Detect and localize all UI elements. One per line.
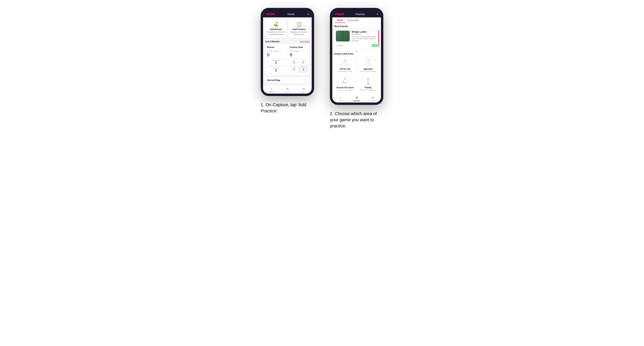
home-nav-icon-2: ⌂ [340, 96, 342, 99]
nav-home-2[interactable]: ⌂ Home [332, 96, 348, 102]
svg-point-22 [368, 78, 368, 79]
featured-desc: Play 1 shot at each target yardage. If y… [352, 36, 378, 42]
shots-count: 9 shots [338, 45, 342, 46]
tab-drills[interactable]: Drills [335, 17, 345, 23]
app-header-1: clippd Home ≡ [263, 10, 312, 17]
rounds-value: 0 [267, 52, 285, 57]
home-content: ⛳ Add Round Record your shots fast or en… [263, 17, 312, 86]
chevron-right-icon: › [306, 79, 307, 82]
drills-title: Practice Drills [290, 46, 308, 49]
shots-info: ○ 9 shots [336, 45, 342, 46]
golf-bag-label: My Golf Bag [268, 79, 280, 81]
svg-line-3 [343, 34, 345, 35]
star-icon[interactable]: ☆ [376, 31, 378, 33]
practice-label: Practice [268, 67, 284, 69]
ott-app-row: OTT 0 APP 4 [290, 59, 308, 65]
featured-footer: ○ 9 shots APP [334, 43, 379, 48]
nav-capture-2[interactable]: ⊕ Capture [365, 96, 381, 102]
action-cards: ⛳ Add Round Record your shots fast or en… [265, 19, 310, 38]
atg-name: Around The Green [336, 86, 354, 89]
nav-capture-1[interactable]: ⊕ Capture [296, 87, 312, 93]
card-red-sidebar [378, 29, 379, 48]
phone-frame-2: clippd Practice ≡ Drills Favourites Most… [330, 8, 383, 105]
app-logo-1: clippd [266, 12, 274, 16]
activities-nav-label-2: Activities [353, 100, 360, 102]
ott-name: Off The Tee [336, 68, 354, 70]
svg-point-12 [348, 65, 348, 66]
bottom-nav-2: ⌂ Home ⊕ Activities ⊕ Capture [332, 94, 381, 103]
arg-box: ARG 0 [290, 66, 298, 72]
approach-desc: Dial-in to hit the green [359, 70, 378, 72]
add-practice-card[interactable]: 📋 Add Practice Capture your practice off… [288, 19, 310, 38]
phone-screen-2: clippd Practice ≡ Drills Favourites Most… [332, 10, 381, 103]
svg-point-20 [347, 83, 348, 83]
capture-nav-icon-1: ⊕ [302, 87, 305, 91]
ott-desc: Power and accuracy [336, 70, 354, 72]
activity-title: Last 3 Months [265, 40, 280, 43]
arg-putt-row: ARG 0 PUTT 4 [290, 66, 308, 72]
svg-point-16 [371, 65, 372, 66]
approach-diagram [363, 58, 373, 66]
putt-box: PUTT 4 [299, 66, 308, 72]
my-golf-bag[interactable]: My Golf Bag › [265, 77, 310, 84]
capture-nav-label-1: Capture [301, 91, 306, 93]
drills-sub-stats: OTT 0 APP 4 [290, 59, 308, 72]
svg-point-17 [344, 82, 346, 84]
putt-value: 4 [301, 68, 306, 71]
add-round-card[interactable]: ⛳ Add Round Record your shots fast or en… [265, 19, 286, 38]
dot-3[interactable] [358, 51, 359, 52]
skill-card-approach[interactable]: Approach Dial-in to hit the green [357, 56, 379, 74]
featured-card[interactable]: Wedge Ladder ☆ 50–100 yds Play 1 shot at… [334, 29, 379, 48]
atg-desc: Hone your short game [336, 89, 354, 91]
svg-point-18 [345, 78, 346, 79]
caption-2: 2. Choose which area of your game you wa… [330, 111, 383, 129]
pagination-dots [334, 50, 379, 52]
svg-point-0 [342, 31, 344, 33]
app-value: 4 [301, 61, 306, 64]
skill-card-putting[interactable]: Putting Make and lag practice [357, 75, 379, 92]
tournament-box: Tournament 0 [267, 59, 285, 66]
view-activity-link[interactable]: View Activity [300, 40, 310, 42]
dot-2[interactable] [356, 51, 357, 52]
most-popular-heading: Most Popular [334, 25, 379, 27]
golfer-icon [336, 31, 350, 41]
putting-name: Putting [359, 86, 378, 89]
hamburger-icon-1[interactable]: ≡ [307, 13, 309, 15]
putting-diagram [363, 77, 373, 85]
practice-value: 0 [268, 69, 284, 72]
skill-card-ott[interactable]: Off The Tee Power and accuracy [334, 56, 356, 74]
svg-point-15 [365, 65, 366, 66]
app-header-2: clippd Practice ≡ [332, 10, 381, 17]
activity-header: Last 3 Months View Activity [265, 40, 310, 43]
app-logo-2: clippd [335, 12, 344, 16]
skill-card-atg[interactable]: Around The Green Hone your short game [334, 75, 356, 92]
featured-title-row: Wedge Ladder ☆ [352, 31, 378, 33]
svg-point-19 [343, 83, 344, 83]
svg-line-7 [342, 60, 345, 65]
hamburger-icon-2[interactable]: ≡ [376, 13, 378, 15]
nav-activities-2[interactable]: ⊕ Activities [348, 96, 365, 102]
add-round-icon: ⛳ [266, 22, 285, 27]
svg-point-10 [342, 65, 342, 66]
ott-value: 0 [291, 61, 297, 64]
caption-1: 1. On Capture, tap 'Add Practice'. [261, 102, 314, 114]
tabs-row: Drills Favourites [332, 17, 381, 23]
stats-row: Rounds Rounds Capture 0 Tournament 0 [267, 46, 308, 73]
stats-card: Rounds Rounds Capture 0 Tournament 0 [265, 44, 310, 75]
phone-frame-1: clippd Home ≡ ⛳ Add Round Record your sh… [261, 8, 314, 96]
ott-diagram [340, 58, 350, 66]
nav-home-1[interactable]: ⌂ Home [263, 87, 279, 93]
app-title-1: Home [288, 13, 294, 15]
svg-point-13 [368, 60, 368, 60]
tab-favourites[interactable]: Favourites [345, 17, 361, 23]
rounds-capture-label: Rounds Capture [267, 50, 285, 52]
phone-section-1: clippd Home ≡ ⛳ Add Round Record your sh… [261, 8, 314, 114]
activities-nav-icon-1: ⊕ [286, 87, 289, 91]
drills-capture-label: Drills Capture [290, 50, 308, 52]
dot-1[interactable] [354, 51, 356, 52]
svg-point-14 [368, 65, 369, 66]
svg-point-11 [345, 65, 346, 66]
arg-value: 0 [291, 68, 297, 71]
rounds-sub-stats: Tournament 0 Practice 0 [267, 59, 285, 73]
nav-activities-1[interactable]: ⊕ Activities [279, 87, 296, 93]
